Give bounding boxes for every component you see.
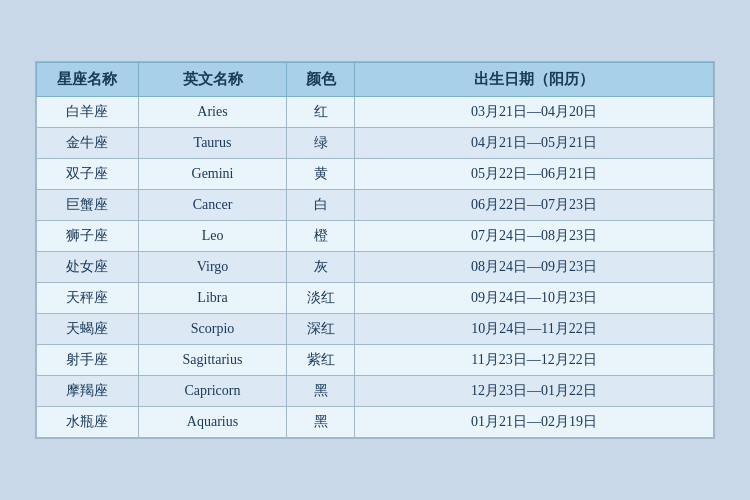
cell-zh-name: 金牛座 (37, 128, 139, 159)
cell-date: 04月21日—05月21日 (355, 128, 714, 159)
table-row: 射手座Sagittarius紫红11月23日—12月22日 (37, 345, 714, 376)
cell-color: 紫红 (287, 345, 355, 376)
cell-color: 深红 (287, 314, 355, 345)
cell-zh-name: 射手座 (37, 345, 139, 376)
cell-date: 03月21日—04月20日 (355, 97, 714, 128)
cell-color: 黑 (287, 407, 355, 438)
cell-en-name: Sagittarius (138, 345, 287, 376)
header-en-name: 英文名称 (138, 63, 287, 97)
cell-en-name: Aries (138, 97, 287, 128)
cell-color: 灰 (287, 252, 355, 283)
cell-color: 绿 (287, 128, 355, 159)
table-row: 摩羯座Capricorn黑12月23日—01月22日 (37, 376, 714, 407)
cell-en-name: Capricorn (138, 376, 287, 407)
table-row: 巨蟹座Cancer白06月22日—07月23日 (37, 190, 714, 221)
table-row: 处女座Virgo灰08月24日—09月23日 (37, 252, 714, 283)
cell-date: 05月22日—06月21日 (355, 159, 714, 190)
table-row: 水瓶座Aquarius黑01月21日—02月19日 (37, 407, 714, 438)
cell-zh-name: 双子座 (37, 159, 139, 190)
cell-zh-name: 水瓶座 (37, 407, 139, 438)
zodiac-table-container: 星座名称 英文名称 颜色 出生日期（阳历） 白羊座Aries红03月21日—04… (35, 61, 715, 439)
cell-color: 白 (287, 190, 355, 221)
cell-color: 红 (287, 97, 355, 128)
cell-color: 黑 (287, 376, 355, 407)
header-date: 出生日期（阳历） (355, 63, 714, 97)
cell-date: 11月23日—12月22日 (355, 345, 714, 376)
cell-zh-name: 狮子座 (37, 221, 139, 252)
cell-zh-name: 巨蟹座 (37, 190, 139, 221)
cell-en-name: Aquarius (138, 407, 287, 438)
cell-date: 12月23日—01月22日 (355, 376, 714, 407)
cell-en-name: Virgo (138, 252, 287, 283)
cell-en-name: Scorpio (138, 314, 287, 345)
cell-date: 08月24日—09月23日 (355, 252, 714, 283)
cell-zh-name: 白羊座 (37, 97, 139, 128)
cell-date: 01月21日—02月19日 (355, 407, 714, 438)
cell-color: 淡红 (287, 283, 355, 314)
zodiac-table: 星座名称 英文名称 颜色 出生日期（阳历） 白羊座Aries红03月21日—04… (36, 62, 714, 438)
cell-date: 09月24日—10月23日 (355, 283, 714, 314)
cell-zh-name: 天秤座 (37, 283, 139, 314)
cell-color: 黄 (287, 159, 355, 190)
table-row: 白羊座Aries红03月21日—04月20日 (37, 97, 714, 128)
header-color: 颜色 (287, 63, 355, 97)
table-header-row: 星座名称 英文名称 颜色 出生日期（阳历） (37, 63, 714, 97)
table-row: 双子座Gemini黄05月22日—06月21日 (37, 159, 714, 190)
cell-en-name: Cancer (138, 190, 287, 221)
cell-date: 06月22日—07月23日 (355, 190, 714, 221)
cell-zh-name: 处女座 (37, 252, 139, 283)
cell-date: 07月24日—08月23日 (355, 221, 714, 252)
cell-date: 10月24日—11月22日 (355, 314, 714, 345)
cell-zh-name: 摩羯座 (37, 376, 139, 407)
cell-en-name: Taurus (138, 128, 287, 159)
cell-en-name: Leo (138, 221, 287, 252)
header-zh-name: 星座名称 (37, 63, 139, 97)
table-row: 天秤座Libra淡红09月24日—10月23日 (37, 283, 714, 314)
table-row: 天蝎座Scorpio深红10月24日—11月22日 (37, 314, 714, 345)
cell-zh-name: 天蝎座 (37, 314, 139, 345)
cell-color: 橙 (287, 221, 355, 252)
table-row: 金牛座Taurus绿04月21日—05月21日 (37, 128, 714, 159)
cell-en-name: Gemini (138, 159, 287, 190)
cell-en-name: Libra (138, 283, 287, 314)
table-row: 狮子座Leo橙07月24日—08月23日 (37, 221, 714, 252)
